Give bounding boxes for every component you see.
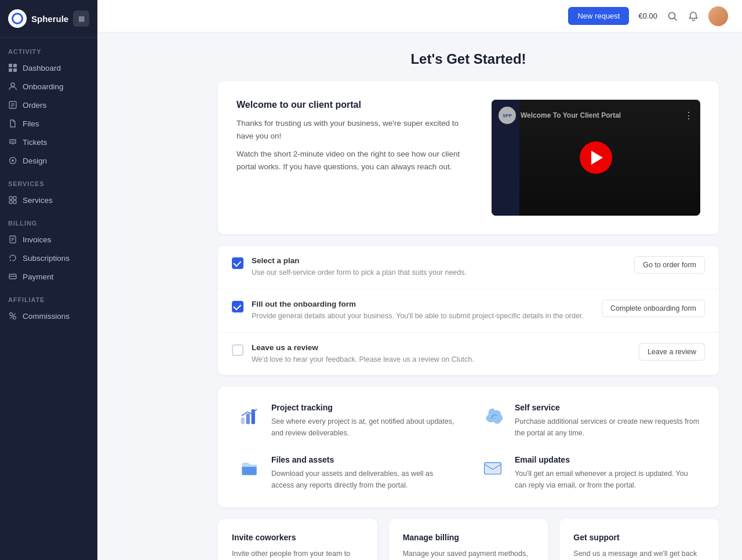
onboarding-icon: [8, 82, 17, 91]
svg-rect-14: [13, 197, 16, 199]
svg-line-27: [675, 18, 677, 20]
feature-project-tracking: Project tracking See where every project…: [237, 403, 457, 439]
svg-rect-32: [485, 463, 501, 474]
svg-rect-13: [9, 197, 12, 199]
checklist-content-0: Select a plan Use our self-service order…: [252, 256, 626, 278]
welcome-para1: Thanks for trusting us with your busines…: [237, 117, 473, 142]
feature-email-updates: Email updates You'll get an email whenev…: [480, 455, 700, 491]
svg-rect-15: [9, 201, 12, 203]
files-label: Files: [23, 119, 39, 128]
sidebar-item-design[interactable]: Design: [0, 151, 97, 170]
svg-point-26: [669, 12, 675, 19]
services-label: Services: [23, 196, 53, 205]
invoices-label: Invoices: [23, 235, 52, 244]
checklist-action-0: Go to order form: [634, 256, 705, 274]
brand-name: Spherule: [31, 14, 73, 24]
files-assets-icon: [237, 455, 262, 481]
sidebar: Spherule ▦ Activity Dashboard Onboarding…: [0, 0, 97, 560]
sidebar-item-commissions[interactable]: Commissions: [0, 307, 97, 325]
dashboard-icon: [8, 63, 17, 72]
activity-section-label: Activity: [0, 38, 97, 59]
svg-rect-0: [9, 64, 12, 67]
video-thumbnail[interactable]: SPP Welcome To Your Client Portal ⋮: [492, 100, 700, 216]
checklist-desc-0: Use our self-service order form to pick …: [252, 267, 626, 278]
checkbox-0[interactable]: [232, 257, 243, 269]
affiliate-section-label: Affiliate: [0, 286, 97, 307]
leave-review-button[interactable]: Leave a review: [639, 343, 705, 361]
features-grid: Project tracking See where every project…: [237, 403, 700, 491]
feature-email-text: Email updates You'll get an email whenev…: [515, 455, 700, 491]
welcome-para2: Watch the short 2-minute video on the ri…: [237, 148, 473, 173]
svg-rect-1: [13, 64, 17, 67]
checklist-title-2: Leave us a review: [252, 343, 631, 352]
svg-rect-16: [13, 201, 16, 203]
checklist-card: Select a plan Use our self-service order…: [218, 246, 719, 375]
notifications-icon[interactable]: [688, 10, 699, 22]
play-button[interactable]: [580, 141, 612, 174]
sidebar-item-tickets[interactable]: Tickets: [0, 133, 97, 151]
sidebar-header: Spherule ▦: [0, 0, 97, 38]
sidebar-item-subscriptions[interactable]: Subscriptions: [0, 249, 97, 267]
subscriptions-icon: [8, 253, 17, 263]
checkbox-2[interactable]: [232, 344, 243, 356]
page-title: Let's Get Started!: [218, 51, 719, 67]
feature-title-3: Email updates: [515, 455, 700, 464]
video-overlay: [492, 100, 700, 216]
sidebar-item-services[interactable]: Services: [0, 191, 97, 209]
onboarding-form-button[interactable]: Complete onboarding form: [602, 300, 705, 317]
checklist-item-2: Leave us a review We'd love to hear your…: [218, 333, 719, 376]
project-tracking-icon: [237, 403, 262, 428]
video-mock: SPP Welcome To Your Client Portal ⋮: [492, 100, 700, 216]
sidebar-item-onboarding[interactable]: Onboarding: [0, 77, 97, 96]
onboarding-label: Onboarding: [23, 82, 64, 91]
checklist-item-0: Select a plan Use our self-service order…: [218, 246, 719, 289]
feature-desc-3: You'll get an email whenever a project i…: [515, 468, 700, 491]
feature-title-1: Self service: [515, 403, 700, 412]
checklist-content-1: Fill out the onboarding form Provide gen…: [252, 300, 594, 322]
commissions-label: Commissions: [23, 312, 70, 321]
order-form-button[interactable]: Go to order form: [634, 256, 705, 274]
sidebar-item-files[interactable]: Files: [0, 114, 97, 133]
bottom-cards-grid: Invite coworkers Invite other people fro…: [218, 519, 719, 560]
checklist-action-2: Leave a review: [639, 343, 705, 361]
payment-icon: [8, 272, 17, 281]
tickets-icon: [8, 137, 17, 147]
welcome-heading: Welcome to our client portal: [237, 100, 473, 110]
bottom-card-title-2: Get support: [573, 533, 705, 542]
features-card: Project tracking See where every project…: [218, 387, 719, 507]
svg-point-23: [10, 313, 13, 316]
feature-desc-2: Download your assets and deliverables, a…: [271, 468, 457, 491]
feature-desc-0: See where every project is at, get notif…: [271, 416, 457, 439]
sidebar-item-dashboard[interactable]: Dashboard: [0, 59, 97, 77]
feature-project-tracking-text: Project tracking See where every project…: [271, 403, 457, 439]
design-label: Design: [23, 157, 47, 165]
checkbox-1[interactable]: [232, 301, 243, 312]
sidebar-item-invoices[interactable]: Invoices: [0, 230, 97, 249]
topbar: New request €0.00: [97, 0, 742, 32]
checklist-item-1: Fill out the onboarding form Provide gen…: [218, 289, 719, 333]
svg-point-4: [11, 83, 14, 86]
bottom-card-desc-2: Send us a message and we'll get back to …: [573, 548, 705, 560]
sidebar-item-payment[interactable]: Payment: [0, 267, 97, 286]
svg-rect-28: [241, 418, 245, 424]
design-icon: [8, 156, 17, 165]
bottom-card-2: Get support Send us a message and we'll …: [559, 519, 719, 560]
bottom-card-0: Invite coworkers Invite other people fro…: [218, 519, 377, 560]
checklist-action-1: Complete onboarding form: [602, 300, 705, 317]
sidebar-toggle-button[interactable]: ▦: [73, 10, 89, 27]
feature-title-0: Project tracking: [271, 403, 457, 412]
sidebar-item-orders[interactable]: Orders: [0, 96, 97, 114]
orders-label: Orders: [23, 101, 46, 110]
bottom-card-title-1: Manage billing: [403, 533, 534, 542]
user-avatar[interactable]: [708, 6, 728, 26]
new-request-button[interactable]: New request: [568, 7, 629, 25]
search-icon[interactable]: [667, 10, 678, 22]
svg-point-12: [12, 159, 14, 162]
svg-rect-29: [246, 414, 250, 424]
feature-self-service: Self service Purchase additional service…: [480, 403, 700, 439]
feature-files-assets: Files and assets Download your assets an…: [237, 455, 457, 491]
self-service-icon: [480, 403, 505, 428]
dashboard-label: Dashboard: [23, 64, 61, 72]
email-updates-icon: [480, 455, 505, 481]
checklist-title-0: Select a plan: [252, 256, 626, 265]
